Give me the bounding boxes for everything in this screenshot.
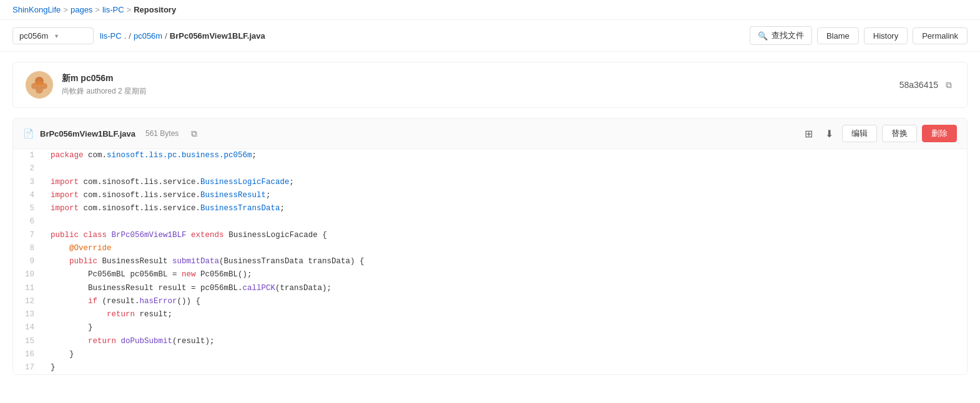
code-line: 17 } xyxy=(13,361,967,374)
breadcrumb-shinkonlife[interactable]: ShinKongLife xyxy=(12,5,61,14)
copy-hash-button[interactable]: ⧉ xyxy=(943,79,954,92)
line-number: 17 xyxy=(13,361,44,374)
line-number: 9 xyxy=(13,255,44,268)
code-line: 16 } xyxy=(13,348,967,361)
file-header: 📄 BrPc056mView1BLF.java 561 Bytes ⧉ ⊞ ⬇ … xyxy=(13,119,967,149)
line-content: return doPubSubmit(result); xyxy=(44,335,221,348)
breadcrumb: ShinKongLife > pages > lis-PC > Reposito… xyxy=(0,0,980,19)
line-number: 12 xyxy=(13,295,44,308)
breadcrumb-sep-2: > xyxy=(95,5,100,14)
breadcrumb-sep-1: > xyxy=(63,5,68,14)
blame-button[interactable]: Blame xyxy=(817,27,859,44)
delete-button[interactable]: 删除 xyxy=(922,125,957,142)
line-content: import com.sinosoft.lis.service.Business… xyxy=(44,202,291,215)
line-number: 10 xyxy=(13,268,44,281)
path-sep-2: / xyxy=(129,31,131,41)
path-sep-3: / xyxy=(165,31,167,41)
copy-file-button[interactable]: ⧉ xyxy=(189,127,200,140)
line-content: BusinessResult result = pc056mBL.callPCK… xyxy=(44,282,338,295)
line-content: return result; xyxy=(44,308,179,321)
code-area: 1 package com.sinosoft.lis.pc.business.p… xyxy=(13,149,967,374)
svg-point-4 xyxy=(36,86,43,94)
history-button[interactable]: History xyxy=(864,27,908,44)
line-number: 2 xyxy=(13,162,44,175)
code-line: 13 return result; xyxy=(13,308,967,321)
download-button[interactable]: ⬇ xyxy=(821,125,837,142)
line-number: 8 xyxy=(13,242,44,255)
code-line: 3 import com.sinosoft.lis.service.Busine… xyxy=(13,176,967,189)
line-number: 15 xyxy=(13,335,44,348)
code-line: 9 public BusinessResult submitData(Busin… xyxy=(13,255,967,268)
search-icon: 🔍 xyxy=(758,31,768,41)
line-content: } xyxy=(44,361,62,374)
breadcrumb-current: Repository xyxy=(134,5,176,14)
file-name-label: BrPc056mView1BLF.java xyxy=(40,129,135,138)
line-number: 3 xyxy=(13,176,44,189)
toolbar: pc056m ▾ lis-PC . / pc056m / BrPc056mVie… xyxy=(0,19,980,52)
avatar xyxy=(26,71,53,99)
commit-meta: 新m pc056m 尚軟鋒 authored 2 星期前 xyxy=(62,73,891,97)
breadcrumb-sep-3: > xyxy=(127,5,132,14)
search-label: 查找文件 xyxy=(772,30,804,41)
line-content: if (result.hasError()) { xyxy=(44,295,207,308)
file-header-actions: ⊞ ⬇ 编辑 替换 删除 xyxy=(801,125,957,142)
branch-name: pc056m xyxy=(19,31,51,41)
commit-author: 尚軟鋒 xyxy=(62,87,84,95)
file-path: lis-PC . / pc056m / BrPc056mView1BLF.jav… xyxy=(100,31,743,41)
code-line: 8 @Override xyxy=(13,242,967,255)
code-line: 7 public class BrPc056mView1BLF extends … xyxy=(13,229,967,242)
path-sep-1: . xyxy=(124,31,127,41)
file-path-lis-pc[interactable]: lis-PC xyxy=(100,31,122,41)
line-number: 14 xyxy=(13,321,44,334)
replace-button[interactable]: 替换 xyxy=(882,125,917,142)
line-number: 11 xyxy=(13,282,44,295)
commit-action-label: authored xyxy=(86,87,115,95)
code-line: 15 return doPubSubmit(result); xyxy=(13,335,967,348)
line-number: 16 xyxy=(13,348,44,361)
line-number: 13 xyxy=(13,308,44,321)
line-number: 6 xyxy=(13,215,44,228)
chevron-down-icon: ▾ xyxy=(55,32,87,39)
line-content: public BusinessResult submitData(Busines… xyxy=(44,255,371,268)
line-content: } xyxy=(44,321,99,334)
line-number: 5 xyxy=(13,202,44,215)
line-content: import com.sinosoft.lis.service.Business… xyxy=(44,189,277,202)
file-viewer: 📄 BrPc056mView1BLF.java 561 Bytes ⧉ ⊞ ⬇ … xyxy=(12,118,968,375)
commit-title: 新m pc056m xyxy=(62,73,891,84)
file-path-pc056m[interactable]: pc056m xyxy=(134,31,162,41)
search-files-button[interactable]: 🔍 查找文件 xyxy=(750,26,812,45)
code-line: 12 if (result.hasError()) { xyxy=(13,295,967,308)
raw-button[interactable]: ⊞ xyxy=(801,125,816,142)
code-line: 6 xyxy=(13,215,967,228)
code-line: 4 import com.sinosoft.lis.service.Busine… xyxy=(13,189,967,202)
line-content: package com.sinosoft.lis.pc.business.pc0… xyxy=(44,149,263,162)
code-line: 5 import com.sinosoft.lis.service.Busine… xyxy=(13,202,967,215)
commit-sub: 尚軟鋒 authored 2 星期前 xyxy=(62,86,891,97)
line-content: Pc056mBL pc056mBL = new Pc056mBL(); xyxy=(44,268,258,281)
filename-label: BrPc056mView1BLF.java xyxy=(170,31,265,41)
edit-button[interactable]: 编辑 xyxy=(842,125,877,142)
code-line: 10 Pc056mBL pc056mBL = new Pc056mBL(); xyxy=(13,268,967,281)
permalink-button[interactable]: Permalink xyxy=(913,27,968,44)
file-size: 561 Bytes xyxy=(145,129,179,138)
breadcrumb-pages[interactable]: pages xyxy=(71,5,92,14)
breadcrumb-lis-pc[interactable]: lis-PC xyxy=(102,5,124,14)
code-line: 11 BusinessResult result = pc056mBL.call… xyxy=(13,282,967,295)
line-number: 7 xyxy=(13,229,44,242)
line-number: 4 xyxy=(13,189,44,202)
commit-hash: 58a36415 ⧉ xyxy=(899,79,954,92)
commit-info: 新m pc056m 尚軟鋒 authored 2 星期前 58a36415 ⧉ xyxy=(12,62,968,108)
hash-value: 58a36415 xyxy=(899,80,938,90)
line-content: @Override xyxy=(44,242,118,255)
line-number: 1 xyxy=(13,149,44,162)
line-content: public class BrPc056mView1BLF extends Bu… xyxy=(44,229,333,242)
toolbar-actions: 🔍 查找文件 Blame History Permalink xyxy=(750,26,968,45)
code-line: 14 } xyxy=(13,321,967,334)
line-content: } xyxy=(44,348,81,361)
code-line: 2 xyxy=(13,162,967,175)
code-line: 1 package com.sinosoft.lis.pc.business.p… xyxy=(13,149,967,162)
file-icon: 📄 xyxy=(23,129,34,138)
branch-selector[interactable]: pc056m ▾ xyxy=(12,27,94,44)
line-content: import com.sinosoft.lis.service.Business… xyxy=(44,176,300,189)
commit-time-value: 2 星期前 xyxy=(118,87,147,95)
